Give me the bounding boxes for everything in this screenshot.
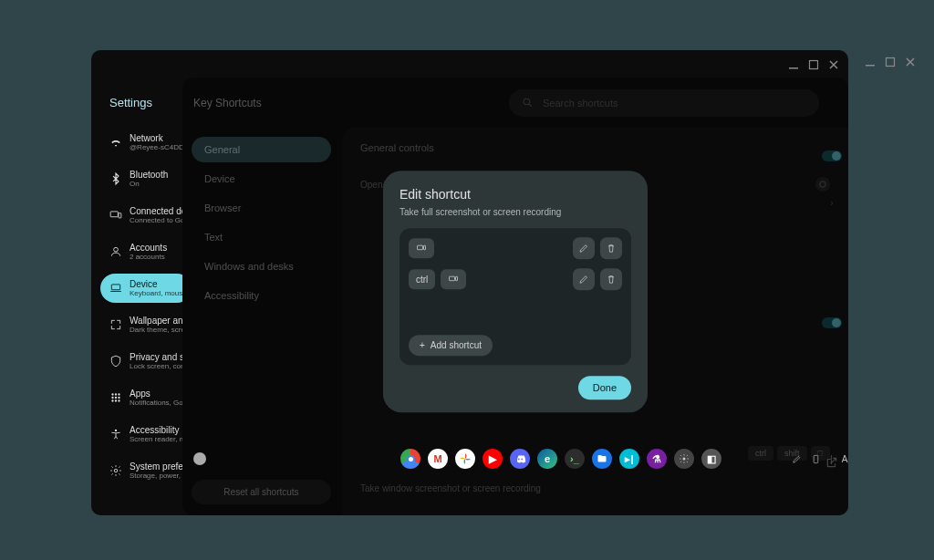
- laptop-icon: [109, 282, 122, 295]
- svg-point-13: [118, 397, 119, 399]
- svg-rect-21: [418, 245, 423, 250]
- overview-key-icon: [409, 238, 434, 258]
- svg-point-10: [118, 393, 119, 395]
- svg-point-17: [115, 430, 117, 431]
- svg-point-14: [111, 399, 113, 401]
- shelf-app-gmail[interactable]: M: [428, 449, 448, 469]
- shortcut-editor: ctrl + Add shortcut: [400, 228, 631, 365]
- svg-point-6: [114, 247, 119, 252]
- add-shortcut-button[interactable]: + Add shortcut: [409, 335, 493, 356]
- bluetooth-icon: [109, 172, 122, 185]
- svg-point-11: [111, 397, 113, 399]
- shortcut-entry: ctrl: [409, 268, 622, 290]
- accessibility-icon: [109, 428, 122, 441]
- done-button[interactable]: Done: [578, 376, 631, 399]
- plus-icon: +: [420, 340, 425, 350]
- shelf: M ▶ e ›_ ▸| ⚗ ◧ | Apr 4 4:08: [182, 442, 848, 475]
- apps-icon: [109, 391, 122, 404]
- phone-icon[interactable]: [811, 454, 821, 464]
- delete-shortcut-button[interactable]: [600, 268, 622, 290]
- wallpaper-icon: [109, 318, 122, 331]
- svg-point-15: [115, 399, 117, 401]
- settings-title: Settings: [109, 96, 152, 109]
- shelf-app-settings[interactable]: [674, 449, 694, 469]
- desktop: Settings Network@Reyee-sC4DD_ BluetoothO…: [91, 50, 848, 515]
- svg-rect-7: [111, 285, 119, 290]
- system-tray[interactable]: | Apr 4 4:08: [792, 454, 848, 464]
- svg-rect-23: [450, 276, 455, 281]
- sidebar-item-bluetooth[interactable]: BluetoothOn: [100, 164, 192, 193]
- svg-point-12: [115, 397, 117, 399]
- shelf-app-generic1[interactable]: ▸|: [619, 449, 639, 469]
- sidebar-item-apps[interactable]: AppsNotifications, Goo…: [100, 383, 192, 412]
- shelf-app-discord[interactable]: [510, 449, 530, 469]
- shelf-app-generic2[interactable]: ⚗: [647, 449, 667, 469]
- shelf-app-edge[interactable]: e: [537, 449, 557, 469]
- svg-rect-3: [810, 61, 818, 69]
- maximize-button[interactable]: [808, 57, 819, 74]
- svg-rect-5: [119, 213, 121, 218]
- shelf-app-files[interactable]: [592, 449, 612, 469]
- svg-rect-1: [887, 58, 895, 67]
- svg-rect-24: [456, 276, 458, 281]
- sidebar-item-device[interactable]: DeviceKeyboard, mouse: [100, 274, 192, 303]
- sidebar-item-system[interactable]: System preferen…Storage, power, la…: [100, 456, 192, 485]
- svg-rect-0: [866, 65, 875, 67]
- edit-shortcut-dialog: Edit shortcut Take full screenshot or sc…: [383, 171, 648, 412]
- svg-point-9: [115, 393, 117, 395]
- sidebar-item-accessibility[interactable]: AccessibilityScreen reader, m…: [100, 420, 192, 449]
- pen-icon[interactable]: [792, 454, 802, 464]
- svg-point-18: [114, 469, 118, 472]
- launcher-button[interactable]: [193, 452, 206, 465]
- svg-rect-4: [110, 212, 118, 217]
- svg-rect-26: [814, 455, 818, 462]
- tray-date: Apr 4: [842, 454, 848, 464]
- svg-point-25: [683, 458, 686, 461]
- minimize-button[interactable]: [865, 55, 876, 71]
- shelf-app-chrome[interactable]: [400, 449, 420, 469]
- settings-sidebar: Network@Reyee-sC4DD_ BluetoothOn Connect…: [100, 128, 192, 485]
- svg-rect-2: [789, 67, 798, 69]
- gear-icon: [109, 464, 122, 477]
- sidebar-item-accounts[interactable]: Accounts2 accounts: [100, 237, 192, 266]
- sidebar-item-label: Network: [130, 133, 182, 143]
- dialog-subtitle: Take full screenshot or screen recording: [400, 207, 631, 217]
- maximize-button[interactable]: [885, 55, 896, 71]
- edit-shortcut-button[interactable]: [573, 237, 595, 259]
- outer-window-controls: [865, 55, 916, 71]
- sidebar-item-wallpaper[interactable]: Wallpaper and s…Dark theme, scre…: [100, 310, 192, 339]
- close-button[interactable]: [828, 57, 839, 74]
- account-icon: [109, 245, 122, 258]
- shelf-app-generic3[interactable]: ◧: [701, 449, 721, 469]
- minimize-button[interactable]: [788, 57, 799, 74]
- delete-shortcut-button[interactable]: [600, 237, 622, 259]
- key-chip-ctrl: ctrl: [409, 269, 435, 289]
- shelf-app-youtube[interactable]: ▶: [483, 449, 503, 469]
- shortcut-entry: [409, 237, 622, 259]
- sidebar-item-privacy[interactable]: Privacy and sec…Lock screen, con…: [100, 347, 192, 376]
- shield-icon: [109, 355, 122, 368]
- svg-point-16: [118, 399, 119, 401]
- edit-shortcut-button[interactable]: [573, 268, 595, 290]
- svg-point-8: [111, 393, 113, 395]
- shelf-app-photos[interactable]: [455, 449, 475, 469]
- wifi-icon: [109, 136, 122, 149]
- dialog-title: Edit shortcut: [400, 187, 631, 202]
- overview-key-icon: [441, 269, 466, 289]
- sidebar-item-network[interactable]: Network@Reyee-sC4DD_: [100, 128, 192, 157]
- shelf-apps: M ▶ e ›_ ▸| ⚗ ◧: [400, 449, 721, 469]
- settings-window-controls: [788, 57, 839, 74]
- sidebar-item-connected-devices[interactable]: Connected devicesConnected to Go…: [100, 201, 192, 230]
- shelf-app-terminal[interactable]: ›_: [565, 449, 585, 469]
- devices-icon: [109, 209, 122, 222]
- close-button[interactable]: [905, 55, 916, 71]
- svg-rect-22: [424, 245, 426, 250]
